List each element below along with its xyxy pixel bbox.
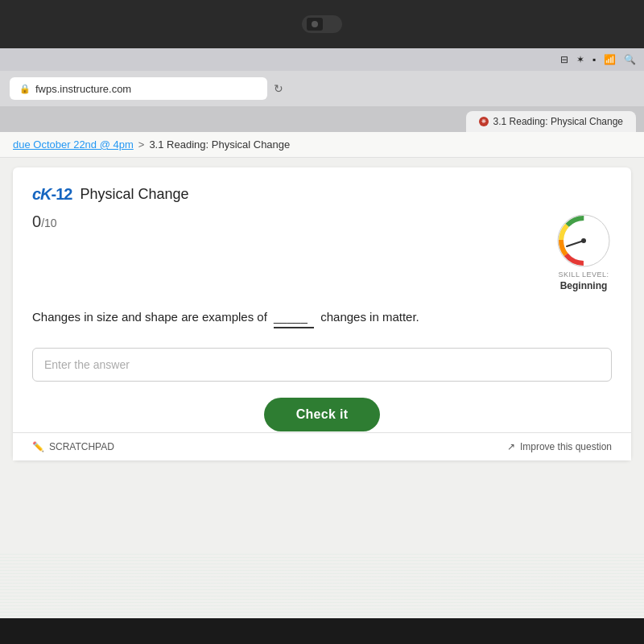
check-button-container: Check it — [32, 398, 612, 431]
svg-point-6 — [581, 238, 586, 243]
skill-level-value: Beginning — [560, 280, 608, 291]
score-value: 0 — [32, 213, 41, 230]
question-blank: _____ — [274, 308, 314, 328]
address-bar[interactable]: 🔒 fwps.instructure.com — [10, 77, 267, 100]
browser-tab-active[interactable]: ❋ 3.1 Reading: Physical Change — [466, 111, 636, 132]
question-text-before: Changes in size and shape are examples o… — [32, 310, 267, 324]
score-display: 0/10 — [32, 213, 57, 231]
quiz-title: Physical Change — [80, 186, 188, 203]
menubar-battery-icon: ▪️ — [592, 54, 596, 65]
scratchpad-button[interactable]: ✏️ SCRATCHPAD — [32, 441, 114, 452]
svg-line-5 — [567, 241, 584, 246]
breadcrumb: due October 22nd @ 4pm > 3.1 Reading: Ph… — [0, 132, 644, 158]
laptop-bezel — [0, 0, 644, 48]
check-it-button[interactable]: Check it — [264, 398, 381, 431]
webcam-slider — [307, 18, 323, 31]
browser-toolbar: 🔒 fwps.instructure.com ↻ — [0, 71, 644, 106]
lock-icon: 🔒 — [19, 84, 31, 94]
breadcrumb-separator: > — [138, 138, 145, 151]
score-row: 0/10 — [32, 213, 612, 291]
gauge-svg — [555, 213, 612, 269]
scratchpad-icon: ✏️ — [32, 441, 44, 452]
refresh-icon[interactable]: ↻ — [274, 82, 283, 95]
question-text-after: changes in matter. — [320, 310, 419, 324]
breadcrumb-current: 3.1 Reading: Physical Change — [149, 138, 290, 151]
improve-label: Improve this question — [520, 441, 612, 452]
ck12-logo: cK-12 — [32, 184, 72, 204]
tab-label: 3.1 Reading: Physical Change — [493, 116, 623, 127]
browser-window: 🔒 fwps.instructure.com ↻ ❋ 3.1 Reading: … — [0, 71, 644, 618]
menubar-wifi-icon: 📶 — [604, 54, 616, 65]
quiz-card: cK-12 Physical Change 0/10 — [13, 167, 631, 460]
scratchpad-label: SCRATCHPAD — [49, 441, 114, 452]
improve-icon: ↗ — [507, 441, 515, 452]
question-text: Changes in size and shape are examples o… — [32, 308, 612, 328]
menubar-bluetooth-icon: ✶ — [576, 54, 584, 65]
page-content: due October 22nd @ 4pm > 3.1 Reading: Ph… — [0, 132, 644, 618]
menubar: ⊟ ✶ ▪️ 📶 🔍 — [0, 48, 644, 71]
menubar-display-icon: ⊟ — [560, 54, 568, 65]
url-text: fwps.instructure.com — [35, 83, 131, 95]
bottom-bar: ✏️ SCRATCHPAD ↗ Improve this question — [13, 432, 631, 460]
improve-question-button[interactable]: ↗ Improve this question — [507, 441, 612, 452]
ck12-header: cK-12 Physical Change — [32, 184, 612, 204]
menubar-icons: ⊟ ✶ ▪️ 📶 🔍 — [560, 54, 636, 65]
breadcrumb-parent[interactable]: due October 22nd @ 4pm — [13, 138, 134, 151]
skill-level-label: SKILL LEVEL: — [558, 270, 609, 279]
menubar-search-icon: 🔍 — [624, 54, 636, 65]
tab-favicon: ❋ — [479, 117, 489, 126]
tab-bar: ❋ 3.1 Reading: Physical Change — [0, 106, 644, 132]
score-denominator: /10 — [41, 217, 56, 229]
webcam-cover — [302, 15, 342, 33]
skill-gauge: SKILL LEVEL: Beginning — [555, 213, 612, 291]
answer-input[interactable] — [32, 348, 612, 382]
